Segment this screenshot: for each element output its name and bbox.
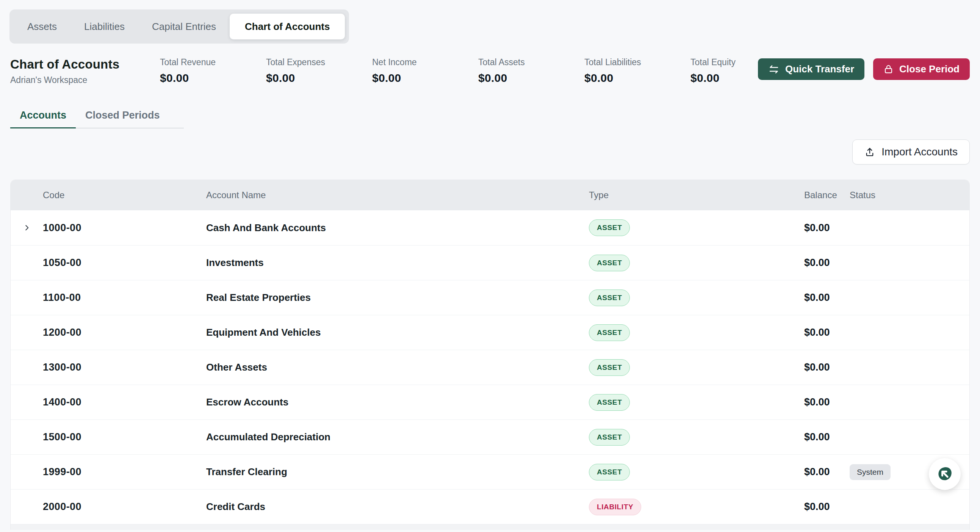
row-expander-cell [11,294,43,302]
type-badge: ASSET [589,394,630,411]
account-balance: $0.00 [802,327,845,338]
import-accounts-button[interactable]: Import Accounts [852,140,970,164]
table-header: Code Account Name Type Balance Status [11,180,969,210]
chevron-right-icon[interactable] [23,329,31,337]
row-expander-cell [11,468,43,476]
tab-accounts[interactable]: Accounts [10,110,76,128]
type-badge: ASSET [589,255,630,271]
account-code: 1050-00 [43,257,206,268]
quick-transfer-button[interactable]: Quick Transfer [758,58,864,80]
title-block: Chart of Accounts Adrian's Workspace [10,57,160,85]
row-expander-cell [11,329,43,337]
table-row[interactable]: 1300-00 Other Assets ASSET $0.00 [11,350,969,384]
tab-closed-periods[interactable]: Closed Periods [76,110,169,128]
type-badge: ASSET [589,219,630,236]
account-code: 1999-00 [43,466,206,478]
table-row[interactable]: 1999-00 Transfer Clearing ASSET $0.00 Sy… [11,454,969,489]
column-header-type: Type [589,190,802,200]
account-name: Investments [206,257,589,268]
chevron-right-icon[interactable] [23,433,31,441]
close-period-button[interactable]: Close Period [873,58,970,80]
summary-stats: Total Revenue $0.00 Total Expenses $0.00… [160,57,735,84]
account-balance: $0.00 [802,396,845,408]
top-tab-liabilities[interactable]: Liabilities [70,14,138,40]
row-expander-cell [11,398,43,407]
type-cell: ASSET [589,255,802,271]
quick-transfer-label: Quick Transfer [785,63,854,75]
account-balance: $0.00 [802,431,845,443]
top-tab-assets[interactable]: Assets [14,14,70,40]
chevron-right-icon[interactable] [23,468,31,476]
account-name: Real Estate Properties [206,292,589,303]
column-header-status: Status [845,190,969,200]
chevron-right-icon[interactable] [23,224,31,232]
row-expander-cell [11,259,43,267]
stat-value: $0.00 [690,71,735,84]
chevron-right-icon[interactable] [23,364,31,372]
column-header-code: Code [43,190,206,200]
type-cell: LIABILITY [589,499,802,515]
account-name: Other Assets [206,362,589,373]
stat-value: $0.00 [160,71,266,84]
column-header-name: Account Name [206,190,589,200]
type-badge: ASSET [589,359,630,376]
type-badge: ASSET [589,324,630,341]
table-row[interactable]: 1400-00 Escrow Accounts ASSET $0.00 [11,384,969,419]
type-cell: ASSET [589,394,802,411]
table-row[interactable]: 1100-00 Real Estate Properties ASSET $0.… [11,280,969,315]
table-row[interactable]: 1200-00 Equipment And Vehicles ASSET $0.… [11,315,969,350]
column-header-balance: Balance [802,190,845,200]
account-code: 1300-00 [43,362,206,373]
top-tab-capital-entries[interactable]: Capital Entries [138,14,230,40]
stat-label: Total Revenue [160,57,266,67]
type-cell: ASSET [589,429,802,446]
stat-total-liabilities: Total Liabilities $0.00 [584,57,690,84]
table-row[interactable]: 1000-00 Cash And Bank Accounts ASSET $0.… [11,210,969,245]
chevron-right-icon[interactable] [23,259,31,267]
table-row[interactable]: 2000-00 Credit Cards LIABILITY $0.00 [11,489,969,524]
table-footer-strip [11,524,969,530]
subtabs: Accounts Closed Periods [10,110,184,129]
type-cell: ASSET [589,324,802,341]
stat-total-expenses: Total Expenses $0.00 [266,57,372,84]
account-code: 2000-00 [43,501,206,513]
account-code: 1400-00 [43,396,206,408]
stat-label: Total Equity [690,57,735,67]
account-balance: $0.00 [802,501,845,513]
floating-action-button[interactable] [929,458,961,490]
brand-arrow-icon [936,465,953,483]
stat-value: $0.00 [372,71,478,84]
stat-label: Total Assets [478,57,584,67]
stat-value: $0.00 [266,71,372,84]
table-row[interactable]: 1500-00 Accumulated Depreciation ASSET $… [11,419,969,454]
upload-icon [864,147,875,157]
stat-total-revenue: Total Revenue $0.00 [160,57,266,84]
row-expander-cell [11,433,43,441]
chevron-right-icon[interactable] [23,503,31,511]
row-expander-cell [11,503,43,511]
import-accounts-label: Import Accounts [881,146,958,158]
transfer-arrows-icon [768,64,780,75]
account-code: 1200-00 [43,327,206,338]
type-badge: ASSET [589,429,630,446]
type-cell: ASSET [589,219,802,236]
account-name: Escrow Accounts [206,396,589,408]
type-cell: ASSET [589,464,802,480]
chevron-right-icon[interactable] [23,294,31,302]
account-code: 1500-00 [43,431,206,443]
stat-total-assets: Total Assets $0.00 [478,57,584,84]
workspace-subtitle: Adrian's Workspace [10,75,160,85]
account-balance: $0.00 [802,292,845,303]
account-name: Cash And Bank Accounts [206,222,589,234]
account-name: Equipment And Vehicles [206,327,589,338]
row-expander-cell [11,364,43,372]
account-name: Credit Cards [206,501,589,513]
stat-label: Total Liabilities [584,57,690,67]
top-tab-chart-of-accounts[interactable]: Chart of Accounts [230,14,345,40]
page-title: Chart of Accounts [10,57,160,71]
chevron-right-icon[interactable] [23,398,31,407]
stat-total-equity: Total Equity $0.00 [690,57,735,84]
table-row[interactable]: 1050-00 Investments ASSET $0.00 [11,245,969,280]
stat-value: $0.00 [584,71,690,84]
account-balance: $0.00 [802,466,845,478]
